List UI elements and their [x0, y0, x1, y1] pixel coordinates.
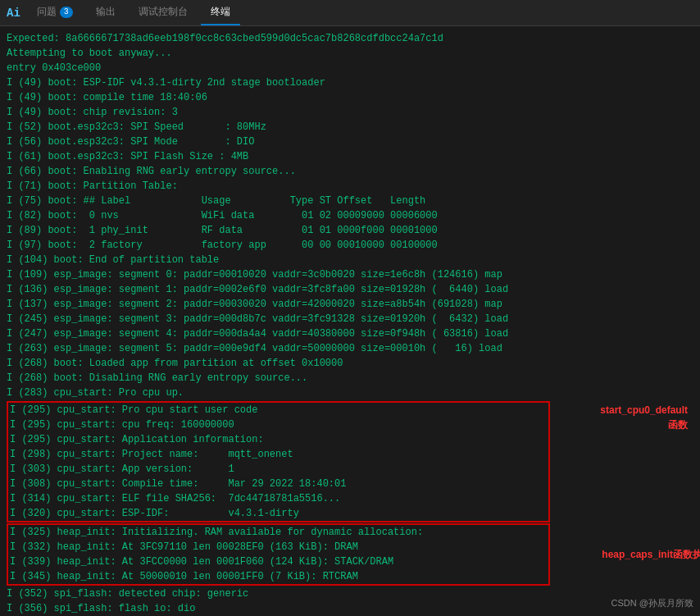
tab-issues-label: 问题 — [37, 5, 57, 19]
tab-issues-badge: 3 — [60, 7, 73, 18]
terminal-line: I (295) cpu_start: Application informati… — [10, 432, 547, 447]
tab-debug[interactable]: 调试控制台 — [129, 0, 198, 25]
terminal-line: I (308) cpu_start: Compile time: Mar 29 … — [10, 477, 547, 491]
terminal-line: I (320) cpu_start: ESP-IDF: v4.3.1-dirty — [10, 506, 547, 521]
terminal-line: I (66) boot: Enabling RNG early entropy … — [7, 164, 693, 179]
terminal-line: I (314) cpu_start: ELF file SHA256: 7dc4… — [10, 491, 547, 506]
terminal-line: Attempting to boot anyway... — [7, 46, 693, 61]
terminal-line: I (61) boot.esp32c3: SPI Flash Size : 4M… — [7, 149, 693, 164]
terminal-line: I (97) boot: 2 factory factory app 00 00… — [7, 238, 693, 253]
terminal-line: I (49) boot: compile time 18:40:06 — [7, 90, 693, 105]
terminal-line: I (245) esp_image: segment 3: paddr=000d… — [7, 312, 693, 326]
terminal-line: I (356) spi_flash: flash io: dio — [7, 601, 693, 616]
highlight-section-2: I (325) heap_init: Initializing. RAM ava… — [7, 523, 550, 586]
watermark: CSDN @孙辰月所致 — [611, 597, 693, 609]
annotation-heap-caps: heap_caps_init函数执行 — [602, 547, 700, 562]
terminal-line: I (137) esp_image: segment 2: paddr=0003… — [7, 297, 693, 312]
tab-terminal-label: 终端 — [211, 5, 230, 19]
terminal-line: I (56) boot.esp32c3: SPI Mode : DIO — [7, 135, 693, 149]
tab-issues[interactable]: 问题 3 — [27, 0, 83, 25]
tab-debug-label: 调试控制台 — [139, 5, 188, 19]
terminal-line: I (104) boot: End of partition table — [7, 253, 693, 267]
terminal-line: I (332) heap_init: At 3FC97110 len 00028… — [10, 540, 547, 554]
terminal-line: I (268) boot: Loaded app from partition … — [7, 356, 693, 371]
terminal-line: I (345) heap_init: At 50000010 len 00001… — [10, 569, 547, 584]
terminal-line: I (82) boot: 0 nvs WiFi data 01 02 00009… — [7, 208, 693, 223]
terminal-line: I (75) boot: ## Label Usage Type ST Offs… — [7, 194, 693, 208]
terminal-line: I (52) boot.esp32c3: SPI Speed : 80MHz — [7, 120, 693, 135]
tab-output-label: 输出 — [96, 5, 116, 19]
terminal-line: entry 0x403ce000 — [7, 61, 693, 75]
terminal-line: I (49) boot: ESP-IDF v4.3.1-dirty 2nd st… — [7, 75, 693, 90]
tab-terminal[interactable]: 终端 — [201, 0, 240, 25]
terminal-line: I (247) esp_image: segment 4: paddr=000d… — [7, 326, 693, 341]
terminal-line: I (295) cpu_start: Pro cpu start user co… — [10, 403, 547, 418]
terminal-line: I (71) boot: Partition Table: — [7, 179, 693, 194]
terminal-line: I (268) boot: Disabling RNG early entrop… — [7, 371, 693, 386]
ai-badge: Ai — [7, 7, 20, 20]
terminal-line: I (339) heap_init: At 3FCC0000 len 0001F… — [10, 554, 547, 569]
terminal-line: I (283) cpu_start: Pro cpu up. — [7, 386, 693, 400]
terminal-line: I (136) esp_image: segment 1: paddr=0002… — [7, 282, 693, 297]
annotation-start-cpu: start_cpu0_default函数 — [600, 403, 688, 432]
terminal-line: I (352) spi_flash: detected chip: generi… — [7, 586, 693, 601]
terminal-line: I (295) cpu_start: cpu freq: 160000000 — [10, 418, 547, 432]
terminal-line: I (298) cpu_start: Project name: mqtt_on… — [10, 447, 547, 462]
terminal-line: Expected: 8a6666671738ad6eeb198f0cc8c63c… — [7, 31, 693, 46]
tab-bar: Ai 问题 3 输出 调试控制台 终端 — [0, 0, 700, 26]
highlight-section-1: I (295) cpu_start: Pro cpu start user co… — [7, 401, 550, 522]
annotated-line-row: I (295) cpu_start: Pro cpu start user co… — [10, 403, 547, 418]
terminal-line: I (49) boot: chip revision: 3 — [7, 105, 693, 120]
terminal-line: I (263) esp_image: segment 5: paddr=000e… — [7, 341, 693, 356]
terminal-line: I (325) heap_init: Initializing. RAM ava… — [10, 525, 547, 540]
terminal-line: I (109) esp_image: segment 0: paddr=0001… — [7, 267, 693, 282]
terminal-line: I (303) cpu_start: App version: 1 — [10, 462, 547, 477]
terminal-content: Expected: 8a6666671738ad6eeb198f0cc8c63c… — [0, 26, 700, 616]
tab-output[interactable]: 输出 — [86, 0, 125, 25]
terminal-line: I (89) boot: 1 phy_init RF data 01 01 00… — [7, 223, 693, 238]
